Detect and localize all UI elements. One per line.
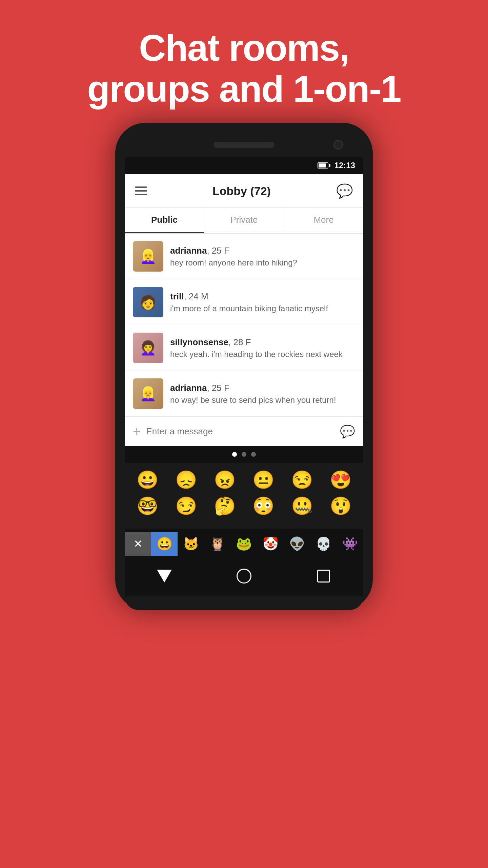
chat-item-sillynonsense[interactable]: 👩‍🦱 sillynonsense, 28 F heck yeah. i'm h… (125, 325, 363, 371)
chat-bubble-icon: 💬 (336, 183, 353, 199)
avatar-adrianna-2: 👱‍♀️ (133, 378, 163, 409)
emoji-astonished[interactable]: 😲 (325, 496, 356, 516)
chat-list: 👱‍♀️ adrianna, 25 F hey room! anyone her… (125, 234, 363, 417)
home-icon (237, 569, 251, 584)
avatar-adrianna-1: 👱‍♀️ (133, 241, 163, 272)
tab-public[interactable]: Public (125, 208, 204, 233)
back-icon (157, 570, 172, 583)
nav-bar (125, 559, 363, 596)
emoji-cat-frog[interactable]: 🐸 (231, 532, 257, 556)
emoji-keyboard: 😀 😞 😠 😐 😒 😍 🤓 😏 🤔 😳 🤐 😲 (125, 463, 363, 529)
emoji-cat-skull[interactable]: 💀 (310, 532, 337, 556)
emoji-nerd[interactable]: 🤓 (132, 496, 163, 516)
emoji-cat-clown[interactable]: 🤡 (257, 532, 284, 556)
emoji-angry[interactable]: 😠 (209, 470, 240, 490)
emoji-smile[interactable]: 😀 (132, 470, 163, 490)
emoji-cat-owl[interactable]: 🦉 (204, 532, 231, 556)
recents-icon (317, 570, 330, 583)
emoji-unamused[interactable]: 😒 (287, 470, 317, 490)
page-dot-3 (251, 452, 256, 457)
username-3: sillynonsense (170, 337, 228, 347)
chat-item-trill[interactable]: 🧑 trill, 24 M i'm more of a mountain bik… (125, 279, 363, 325)
phone-top (125, 133, 363, 157)
username-4: adrianna (170, 383, 207, 393)
app-header: Lobby (72) 💬 (125, 174, 363, 208)
page-indicator (125, 446, 363, 463)
chat-content-3: sillynonsense, 28 F heck yeah. i'm headi… (170, 337, 355, 359)
hamburger-line3 (135, 194, 147, 195)
tab-more[interactable]: More (284, 208, 363, 233)
emoji-row-1: 😀 😞 😠 😐 😒 😍 (128, 470, 360, 490)
hamburger-line1 (135, 186, 147, 188)
phone-shell: 12:13 Lobby (72) 💬 Public Private (115, 123, 373, 610)
chat-item-adrianna-1[interactable]: 👱‍♀️ adrianna, 25 F hey room! anyone her… (125, 234, 363, 279)
page-dot-2 (242, 452, 246, 457)
hero-title-line1: Chat rooms, (87, 27, 401, 68)
page-dot-1 (232, 452, 237, 457)
chat-content-2: trill, 24 M i'm more of a mountain bikin… (170, 291, 355, 313)
emoji-close-button[interactable]: ✕ (125, 532, 151, 556)
tabs-bar: Public Private More (125, 208, 363, 234)
emoji-row-2: 🤓 😏 🤔 😳 🤐 😲 (128, 496, 360, 516)
username-1: adrianna (170, 245, 207, 256)
chat-message-2: i'm more of a mountain biking fanatic my… (170, 304, 355, 313)
recents-button[interactable] (313, 566, 334, 586)
age-gender-3: , 28 F (228, 337, 251, 347)
avatar-trill: 🧑 (133, 287, 163, 317)
emoji-smirk[interactable]: 😏 (171, 496, 201, 516)
emoji-cat-monster[interactable]: 👾 (337, 532, 363, 556)
emoji-heart-eyes[interactable]: 😍 (325, 470, 356, 490)
hero-title-line2: groups and 1-on-1 (87, 68, 401, 109)
status-time: 12:13 (334, 161, 355, 170)
send-message-button[interactable]: 💬 (340, 425, 355, 439)
username-2: trill (170, 291, 184, 301)
hero-section: Chat rooms, groups and 1-on-1 (87, 27, 401, 109)
message-input-bar: + 💬 (125, 417, 363, 446)
menu-button[interactable] (135, 186, 147, 195)
chat-content-4: adrianna, 25 F no way! be sure to send p… (170, 383, 355, 405)
emoji-cat-alien[interactable]: 👽 (284, 532, 310, 556)
emoji-flushed[interactable]: 😳 (248, 496, 279, 516)
status-bar: 12:13 (125, 157, 363, 174)
avatar-sillynonsense: 👩‍🦱 (133, 333, 163, 363)
add-attachment-button[interactable]: + (133, 424, 141, 439)
emoji-thinking[interactable]: 🤔 (209, 496, 240, 516)
battery-icon (318, 162, 330, 169)
emoji-zipper[interactable]: 🤐 (287, 496, 317, 516)
chat-message-1: hey room! anyone here into hiking? (170, 258, 355, 268)
speaker-grille (214, 142, 274, 148)
emoji-category-bar: ✕ 😀 🐱 🦉 🐸 🤡 👽 💀 👾 (125, 529, 363, 559)
chat-item-adrianna-2[interactable]: 👱‍♀️ adrianna, 25 F no way! be sure to s… (125, 371, 363, 417)
back-button[interactable] (154, 566, 175, 586)
new-chat-button[interactable]: 💬 (336, 182, 353, 199)
age-gender-4: , 25 F (207, 383, 229, 393)
app-screen: Lobby (72) 💬 Public Private More 👱‍♀️ (125, 174, 363, 446)
emoji-cat-animal[interactable]: 🐱 (178, 532, 204, 556)
hamburger-line2 (135, 190, 147, 192)
message-input[interactable] (146, 426, 334, 437)
emoji-neutral[interactable]: 😐 (248, 470, 279, 490)
chat-message-3: heck yeah. i'm heading to the rockies ne… (170, 350, 355, 359)
lobby-title: Lobby (72) (212, 184, 271, 198)
age-gender-2: , 24 M (184, 291, 208, 301)
age-gender-1: , 25 F (207, 245, 229, 256)
emoji-cat-smiley-selected[interactable]: 😀 (151, 532, 178, 556)
chat-content-1: adrianna, 25 F hey room! anyone here int… (170, 245, 355, 268)
home-button[interactable] (234, 566, 254, 586)
emoji-sad[interactable]: 😞 (171, 470, 201, 490)
front-camera (333, 140, 343, 150)
phone-bottom (125, 596, 363, 610)
tab-private[interactable]: Private (204, 208, 284, 233)
chat-message-4: no way! be sure to send pics when you re… (170, 395, 355, 405)
